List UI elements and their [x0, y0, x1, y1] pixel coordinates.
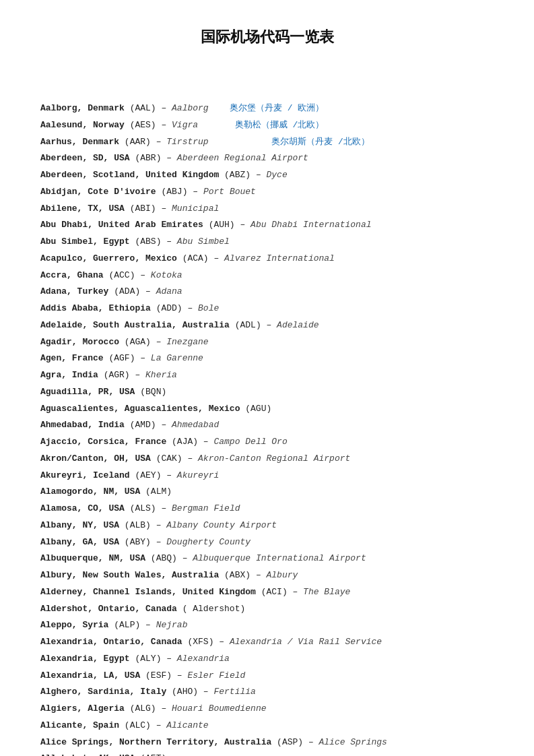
city-name: Abidjan, Cote D'ivoire: [40, 187, 156, 197]
airport-code: (AJA): [172, 437, 198, 447]
airport-code: (AMD): [130, 420, 156, 430]
city-name: Adelaide, South Australia, Australia: [40, 320, 230, 330]
list-item: Adelaide, South Australia, Australia (AD…: [40, 318, 494, 334]
city-name: Aalborg, Denmark: [40, 103, 125, 113]
airport-name: Albuquerque International Airport: [193, 553, 366, 563]
city-name: Alamosa, CO, USA: [40, 503, 125, 513]
airport-code: (ABQ): [151, 553, 177, 563]
airport-name: Bergman Field: [172, 503, 240, 513]
airport-name: Fertilia: [213, 687, 255, 697]
airport-name: Municipal: [172, 203, 219, 214]
airport-code: (ESF): [145, 670, 172, 681]
list-item: Albany, GA, USA (ABY) – Dougherty County: [40, 535, 494, 550]
city-name: Alexandria, Egypt: [40, 654, 130, 664]
city-name: Akron/Canton, OH, USA: [40, 453, 151, 464]
airport-code: (ADA): [114, 286, 140, 296]
city-name: Albury, New South Wales, Australia: [40, 570, 219, 580]
list-item: Albany, NY, USA (ALB) – Albany County Ai…: [40, 518, 494, 534]
city-name: Aleppo, Syria: [40, 620, 108, 630]
airport-code: (ACI): [261, 587, 288, 597]
airport-code: (ALB): [125, 520, 151, 530]
city-name: Agen, France: [40, 353, 104, 363]
city-name: Algiers, Algeria: [40, 703, 125, 714]
city-name: Aarhus, Denmark: [40, 137, 119, 147]
airport-name: La Garenne: [151, 353, 203, 363]
page-title: 国际机场代码一览表: [40, 27, 494, 47]
airport-name: Alexandria / Via Rail Service: [230, 637, 382, 647]
city-name: Agadir, Morocco: [40, 337, 119, 347]
airport-name: The Blaye: [303, 587, 350, 597]
list-item: Ajaccio, Corsica, France (AJA) – Campo D…: [40, 435, 494, 450]
airport-name: Port Bouet: [203, 187, 256, 197]
list-item: Albury, New South Wales, Australia (ABX)…: [40, 568, 494, 584]
airport-code: (ALG): [130, 703, 156, 714]
city-name: Addis Ababa, Ethiopia: [40, 303, 151, 313]
list-item: Alexandria, LA, USA (ESF) – Esler Field: [40, 668, 494, 684]
list-item: Alderney, Channel Islands, United Kingdo…: [40, 585, 494, 600]
city-name: Alamogordo, NM, USA: [40, 486, 140, 497]
airport-code: (ABZ): [224, 170, 251, 180]
list-item: Aguascalientes, Aguascalientes, Mexico (…: [40, 402, 494, 417]
airport-name: Alvarez International: [224, 253, 335, 263]
city-name: Abu Dhabi, United Arab Emirates: [40, 220, 203, 230]
airport-name: Akron-Canton Regional Airport: [198, 453, 350, 464]
airport-name: Albury: [266, 570, 298, 580]
city-name: Alicante, Spain: [40, 720, 119, 730]
city-name: Albuquerque, NM, USA: [40, 553, 145, 563]
city-name: Alexandria, LA, USA: [40, 670, 140, 681]
list-item: Allakaket, AK, USA (AET): [40, 751, 494, 756]
airport-code: (CAK): [156, 453, 182, 464]
list-item: Addis Ababa, Ethiopia (ADD) – Bole: [40, 301, 494, 317]
list-item: Aldershot, Ontario, Canada ( Aldershot): [40, 602, 494, 617]
airport-name: Abu Dhabi International: [251, 220, 371, 230]
list-item: Aberdeen, Scotland, United Kingdom (ABZ)…: [40, 168, 494, 183]
airport-code: (ABY): [125, 537, 151, 547]
city-name: Aberdeen, SD, USA: [40, 153, 130, 163]
airport-name: Dyce: [266, 170, 287, 180]
city-name: Ahmedabad, India: [40, 420, 125, 430]
airport-name: Campo Dell Oro: [213, 437, 287, 447]
airport-name: Abu Simbel: [177, 237, 230, 247]
airport-code: (AGF): [108, 353, 135, 363]
list-item: Albuquerque, NM, USA (ABQ) – Albuquerque…: [40, 551, 494, 567]
city-name: Alice Springs, Northern Territory, Austr…: [40, 737, 271, 747]
airport-name: Ahmedabad: [172, 420, 219, 430]
city-name: Abu Simbel, Egypt: [40, 237, 130, 247]
list-item: Aberdeen, SD, USA (ABR) – Aberdeen Regio…: [40, 151, 494, 166]
list-item: Alghero, Sardinia, Italy (AHO) – Fertili…: [40, 685, 494, 700]
airport-name: Kheria: [145, 370, 177, 380]
airport-code: (ALC): [125, 720, 151, 730]
city-name: Aalesund, Norway: [40, 120, 125, 130]
list-item: Aleppo, Syria (ALP) – Nejrab: [40, 618, 494, 633]
city-name: Allakaket, AK, USA: [40, 753, 135, 756]
list-item: Alexandria, Egypt (ALY) – Alexandria: [40, 652, 494, 667]
airport-name: Aalborg: [172, 103, 209, 113]
airport-code: (XFS): [187, 637, 213, 647]
list-item: Algiers, Algeria (ALG) – Houari Boumedie…: [40, 701, 494, 717]
airport-code: (AAL): [130, 103, 156, 113]
city-name: Aguascalientes, Aguascalientes, Mexico: [40, 404, 240, 414]
airport-code: (ACA): [182, 253, 209, 263]
airport-code: (ADL): [235, 320, 261, 330]
airport-name: Bole: [198, 303, 219, 313]
chinese-label: 奥勒松（挪威 /北欧）: [235, 120, 325, 130]
airport-name: Vigra: [172, 120, 198, 130]
city-name: Albany, GA, USA: [40, 537, 119, 547]
city-name: Alghero, Sardinia, Italy: [40, 687, 166, 697]
airport-name: Tirstrup: [166, 137, 208, 147]
entries-container: Aalborg, Denmark (AAL) – Aalborg 奥尔堡（丹麦 …: [40, 101, 494, 756]
airport-code: (AGU): [245, 404, 271, 414]
city-name: Accra, Ghana: [40, 270, 104, 280]
airport-name: Dougherty County: [166, 537, 251, 547]
list-item: Aarhus, Denmark (AAR) – Tirstrup 奥尔胡斯（丹麦…: [40, 135, 494, 150]
city-name: Aberdeen, Scotland, United Kingdom: [40, 170, 219, 180]
airport-code: (ABS): [135, 237, 161, 247]
list-item: Aalesund, Norway (AES) – Vigra 奥勒松（挪威 /北…: [40, 118, 494, 133]
airport-code: (AGR): [104, 370, 130, 380]
airport-code: (ACC): [108, 270, 135, 280]
list-item: Akureyri, Iceland (AEY) – Akureyri: [40, 468, 494, 484]
list-item: Abilene, TX, USA (ABI) – Municipal: [40, 201, 494, 217]
list-item: Agen, France (AGF) – La Garenne: [40, 351, 494, 367]
list-item: Agra, India (AGR) – Kheria: [40, 368, 494, 383]
airport-code: (ALY): [135, 654, 161, 664]
